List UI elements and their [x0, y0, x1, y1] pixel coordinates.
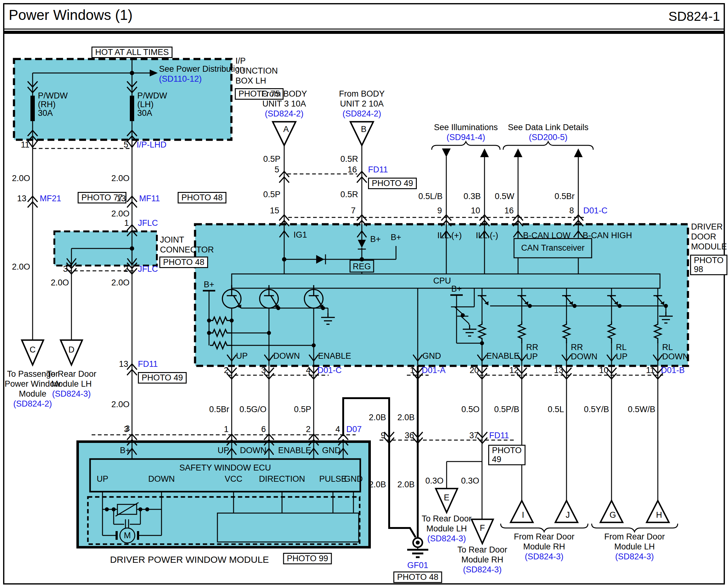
spm-gnd: GND [322, 446, 341, 455]
triangle-letter-f: F [480, 524, 485, 533]
pin-36: 36 [405, 431, 414, 440]
ddm-name-2: DOOR [691, 232, 716, 241]
pin-10: 10 [471, 206, 480, 215]
connector-d01-c: D01-C [583, 206, 608, 215]
pin-13: 13 [119, 360, 128, 369]
ddm-rl-down-1: RL [662, 343, 673, 352]
see-power-ref: (SD110-12) [159, 74, 202, 84]
safety-window-ecu: SAFETY WINDOW ECU [179, 463, 271, 472]
ddm-bcan-high: B-CAN HIGH [583, 231, 632, 240]
spm-up: UP [217, 446, 229, 455]
wire-gauge-label: 2.0O [12, 262, 30, 272]
wire-gauge-label: 0.5L/B [418, 192, 443, 201]
connector-d01-a: D01-A [422, 366, 446, 375]
ddm-cpu: CPU [433, 276, 451, 285]
wire-gauge-label: 0.5O [461, 405, 479, 414]
triangle-letter-h: H [656, 511, 662, 520]
see-illuminations-ref: (SD941-4) [447, 133, 486, 142]
connector-fd11: FD11 [138, 360, 158, 369]
wiring-diagram-page: Power Windows (1) SD824-1 HOT AT ALL TIM… [0, 0, 728, 587]
pin-4: 4 [306, 366, 311, 375]
connector-mf11: MF11 [139, 194, 160, 203]
see-data-link: See Data Link Details [508, 123, 589, 132]
wire-gauge-label: 0.5Br [209, 405, 229, 414]
pin-2: 2 [124, 265, 128, 274]
photo-98-line-1: PHOTO [694, 256, 724, 265]
pin-20: 20 [470, 366, 479, 375]
pin-13: 13 [116, 194, 126, 203]
wire-gauge-label: 0.3B [463, 192, 481, 201]
ecu-direction: DIRECTION [259, 474, 305, 484]
fuse-lh-label-1: P/WDW [137, 91, 167, 100]
wire-gauge-label: 2.0O [12, 174, 30, 183]
pin-3: 3 [261, 366, 266, 375]
wire-gauge-label: 0.5W [495, 192, 514, 201]
photo-49: PHOTO 49 [368, 178, 417, 189]
junction-box-name-1: I/P [235, 56, 246, 66]
pin-10: 10 [599, 366, 608, 375]
wiring-diagram-svg [0, 0, 728, 587]
page-code: SD824-1 [668, 9, 720, 23]
pin-5: 5 [275, 165, 279, 174]
ddm-rr-down-2: DOWN [571, 352, 597, 361]
ecu-up: UP [97, 474, 109, 484]
ddm-up: UP [236, 352, 248, 360]
e-caption-ref: (SD824-3) [427, 534, 466, 543]
fuse-pwdw-rh [30, 96, 35, 121]
ddm-ig1: IG1 [293, 231, 307, 239]
gf01-ground-symbol [407, 538, 428, 557]
see-illuminations: See Illuminations [434, 123, 498, 132]
pin-4: 4 [335, 425, 340, 434]
connector-jflc: JFLC [138, 219, 158, 228]
ddm-rr-up-1: RR [526, 343, 538, 352]
feed-a-ref: (SD824-2) [265, 109, 304, 118]
pin-3: 3 [124, 425, 128, 434]
connector-ip-lhd: I/P-LHD [137, 140, 166, 149]
ecu-vcc: VCC [225, 474, 242, 484]
pin-7: 7 [351, 206, 356, 215]
page-title: Power Windows (1) [9, 7, 133, 23]
f-caption-1: To Rear Door [457, 545, 508, 555]
spm-down: DOWN [240, 446, 266, 455]
illumination-up-arrow [480, 148, 489, 157]
joint-connector-label-2: CONNECTOR [160, 245, 214, 254]
ddm-reg: REG [353, 262, 371, 271]
e-caption-1: To Rear Door [422, 514, 472, 523]
fuse-pwdw-lh [130, 96, 134, 121]
wire-gauge-label: 0.5G/O [239, 405, 266, 414]
connector-mf21: MF21 [40, 194, 61, 203]
feed-b-caption-1: From BODY [339, 90, 384, 98]
connector-jflc-2: JFLC [138, 265, 158, 274]
pin-1: 1 [124, 219, 129, 228]
ddm-enable: ENABLE [318, 352, 351, 360]
f-caption-2: Module RH [461, 555, 503, 564]
connector-fd11: FD11 [368, 165, 388, 174]
rear-lh-caption-2: Module LH [614, 542, 655, 551]
pin-3: 3 [63, 265, 68, 274]
fuse-rh-label-1: P/WDW [38, 91, 68, 100]
wire-gauge-label: 2.0B [397, 480, 415, 489]
ddm-rr-up-2: UP [526, 352, 538, 361]
wire-gauge-label: 2.0O [111, 278, 130, 287]
d-caption-2: Module LH [51, 379, 92, 389]
wire-gauge-label: 0.5P [263, 155, 280, 164]
feed-a-caption-2: UNIT 3 10A [262, 99, 306, 109]
f-caption-ref: (SD824-3) [463, 565, 502, 574]
pin-13: 13 [554, 366, 563, 375]
photo-48-ground: PHOTO 48 [393, 571, 442, 583]
wire-gauge-label: 2.0O [111, 209, 130, 218]
wire-gauge-label: 0.5R [340, 155, 358, 164]
wire-gauge-label: 0.3O [425, 476, 444, 486]
rear-lh-caption-1: From Rear Door [604, 532, 665, 541]
hot-at-all-times-label: HOT AT ALL TIMES [91, 47, 172, 58]
photo-98: PHOTO 98 [690, 255, 727, 275]
pin-1: 1 [224, 425, 229, 434]
triangle-letter-a: A [283, 125, 289, 134]
see-power-distribution: See Power Distribution [159, 65, 244, 74]
datalink-up-arrow-2 [574, 148, 583, 157]
ecu-gnd: GND [344, 474, 363, 484]
pin-2: 2 [224, 366, 229, 375]
photo-49: PHOTO 49 [138, 372, 187, 383]
pin-37: 37 [469, 431, 478, 440]
c-caption-ref: (SD824-2) [13, 399, 52, 408]
